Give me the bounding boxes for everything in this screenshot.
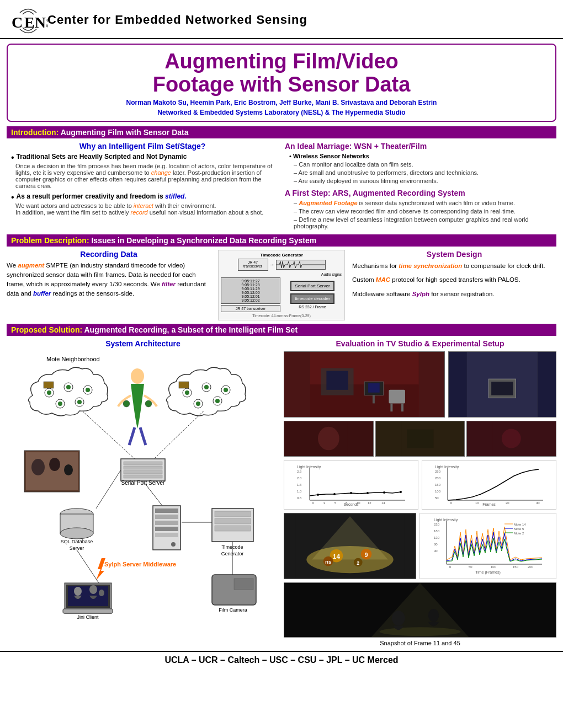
eval-row-2 (284, 421, 556, 457)
svg-rect-51 (155, 521, 178, 525)
svg-text:100: 100 (435, 490, 441, 493)
svg-point-75 (89, 585, 97, 594)
svg-rect-86 (373, 395, 375, 403)
svg-point-12 (77, 400, 82, 404)
eval-caption: Snapshot of Frame 11 and 45 (284, 640, 556, 646)
eval-title: Evaluation in TV Studio & Experimental S… (284, 339, 556, 348)
svg-line-79 (77, 550, 99, 583)
svg-point-26 (123, 400, 130, 407)
svg-point-167 (392, 611, 405, 625)
svg-text:150: 150 (435, 483, 441, 486)
proposed-section-header: Proposed Solution: Augmented Recording, … (7, 324, 556, 336)
svg-text:230: 230 (434, 523, 440, 526)
svg-point-121 (400, 491, 402, 493)
header-org-title: Center for Embedded Networked Sensing (47, 13, 307, 27)
svg-rect-34 (124, 475, 162, 478)
svg-text:200: 200 (435, 477, 441, 480)
eval-row-1 (284, 351, 556, 417)
intro-right-title: An Ideal Marriage: WSN + Theater/Film (285, 142, 556, 151)
page-header: C ENS Center for Embedded Networked Sens… (0, 0, 563, 39)
intro-label: Introduction: (11, 128, 59, 137)
svg-point-54 (171, 542, 176, 547)
svg-text:Mote Neighborhood: Mote Neighborhood (46, 356, 100, 362)
svg-text:2.5: 2.5 (297, 470, 302, 473)
intro-header-rest: Augmenting Film with Sensor Data (61, 128, 189, 137)
svg-rect-88 (390, 403, 392, 411)
intro-left-title: Why an Intelligent Film Set/Stage? (7, 142, 278, 151)
svg-point-8 (86, 388, 90, 392)
eval-chart-row1: Light Intensity 2.5 2.0 1.5 1.0 0.5 Seco… (284, 460, 556, 510)
ars-intro: Augmented Footage is sensor data synchro… (294, 200, 556, 206)
eval-column: Evaluation in TV Studio & Experimental S… (284, 339, 556, 646)
svg-line-41 (96, 470, 121, 508)
svg-point-99 (502, 429, 521, 448)
svg-text:Frames: Frames (482, 502, 496, 506)
svg-text:Light Intensity: Light Intensity (434, 518, 458, 522)
intro-section-header: Introduction: Augmenting Film with Senso… (7, 126, 556, 138)
tc-diagram-box: Timecode Generator JR 47 transceiver → A… (218, 250, 345, 320)
eval-photo-strip3 (466, 421, 556, 457)
page-footer: UCLA – UCR – Caltech – USC – CSU – JPL –… (0, 651, 563, 668)
svg-rect-53 (155, 533, 178, 537)
problem-label: Problem Description: (11, 236, 89, 245)
svg-text:30: 30 (536, 501, 540, 505)
problem-diagram: Timecode Generator JR 47 transceiver → A… (215, 250, 348, 320)
eval-row-scene: 14 9 ns 2 Light Intensity (284, 513, 556, 579)
svg-rect-33 (124, 470, 162, 474)
svg-text:130: 130 (434, 536, 440, 539)
chart-light-intensity-1: Light Intensity 2.5 2.0 1.5 1.0 0.5 Seco… (284, 460, 418, 510)
svg-marker-56 (96, 558, 105, 580)
intro-right-col: An Ideal Marriage: WSN + Theater/Film Wi… (285, 142, 556, 231)
problem-section-header: Problem Description: Issues in Developin… (7, 234, 556, 247)
svg-text:Mote 14: Mote 14 (514, 523, 526, 526)
svg-point-15 (185, 390, 189, 395)
system-design-title: System Design (352, 250, 556, 259)
svg-text:Film Camera: Film Camera (219, 607, 247, 613)
svg-text:80: 80 (434, 543, 438, 546)
svg-text:250: 250 (435, 470, 441, 473)
problem-header-rest: Issues in Developing a Synchronized Data… (91, 236, 316, 245)
ars-item1: The crew can view recorded film and obse… (294, 208, 556, 215)
svg-text:3: 3 (323, 501, 326, 505)
svg-point-116 (317, 494, 319, 496)
recording-data-title: Recording Data (7, 250, 211, 259)
svg-point-168 (428, 609, 439, 622)
wsn-title: Wireless Sensor Networks (289, 153, 556, 159)
svg-rect-77 (63, 609, 113, 613)
title-box: Augmenting Film/Video Footage with Senso… (7, 44, 556, 122)
svg-text:14: 14 (333, 552, 341, 560)
svg-text:SQL Database: SQL Database (61, 539, 93, 544)
svg-point-118 (350, 492, 352, 494)
svg-point-25 (131, 368, 144, 384)
svg-point-19 (224, 388, 228, 392)
svg-text:Mote 5: Mote 5 (514, 527, 524, 531)
svg-point-27 (145, 400, 152, 407)
svg-text:Mote 2: Mote 2 (514, 532, 524, 535)
svg-text:14: 14 (381, 501, 385, 505)
svg-point-4 (47, 390, 51, 395)
eval-photo-scene: 14 9 ns 2 (284, 513, 416, 579)
svg-line-28 (82, 411, 135, 459)
intro-columns: Why an Intelligent Film Set/Stage? • Tra… (7, 142, 556, 231)
svg-text:1.0: 1.0 (297, 490, 302, 493)
svg-rect-52 (155, 527, 178, 531)
svg-text:ns: ns (325, 559, 332, 565)
logo-area: C ENS (9, 4, 47, 35)
svg-rect-59 (215, 511, 251, 517)
bullet-stifled: • As a result performer creativity and f… (11, 192, 278, 216)
svg-rect-93 (492, 382, 513, 395)
proposed-columns: System Architecture Mote Neighborhood (7, 339, 556, 646)
svg-point-39 (49, 458, 60, 471)
svg-text:0: 0 (450, 501, 453, 505)
svg-text:5: 5 (334, 501, 337, 505)
bullet2-body2: In addition, we want the film set to act… (15, 209, 278, 216)
bullet1-title: Traditional Sets are Heavily Scripted an… (17, 153, 187, 160)
ars-item2: Define a new level of seamless integrati… (294, 216, 556, 229)
svg-rect-97 (407, 429, 433, 448)
problem-left: Recording Data We augment SMPTE (an indu… (7, 250, 211, 320)
architecture-diagram: Mote Neighborhood (7, 351, 279, 627)
poster-title-line1: Augmenting Film/Video (19, 50, 544, 73)
svg-rect-87 (389, 389, 405, 403)
svg-point-119 (367, 492, 369, 494)
svg-text:Sylph Server Middleware: Sylph Server Middleware (104, 561, 176, 568)
